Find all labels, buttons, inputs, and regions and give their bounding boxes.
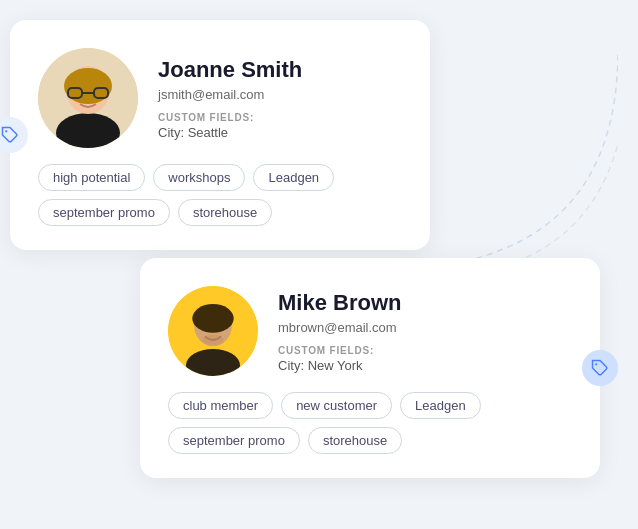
- tag-high-potential: high potential: [38, 164, 145, 191]
- svg-point-0: [5, 130, 7, 132]
- tag-leadgen-1: Leadgen: [253, 164, 334, 191]
- user-name-joanne: Joanne Smith: [158, 57, 302, 83]
- tag-storehouse-2: storehouse: [308, 427, 402, 454]
- user-card-mike: Mike Brown mbrown@email.com CUSTOM FIELD…: [140, 258, 600, 478]
- user-email-joanne: jsmith@email.com: [158, 87, 302, 102]
- avatar-joanne: [38, 48, 138, 148]
- user-info-joanne: Joanne Smith jsmith@email.com CUSTOM FIE…: [158, 57, 302, 140]
- tag-september-promo-1: september promo: [38, 199, 170, 226]
- svg-point-13: [202, 335, 224, 346]
- user-name-mike: Mike Brown: [278, 290, 401, 316]
- tag-storehouse-1: storehouse: [178, 199, 272, 226]
- tag-icon-right: [582, 350, 618, 386]
- tag-club-member: club member: [168, 392, 273, 419]
- card-header-mike: Mike Brown mbrown@email.com CUSTOM FIELD…: [168, 286, 572, 376]
- city-field-joanne: City: Seattle: [158, 125, 302, 140]
- avatar-mike: [168, 286, 258, 376]
- tags-joanne: high potential workshops Leadgen septemb…: [38, 164, 402, 226]
- custom-fields-label-1: CUSTOM FIELDS:: [158, 112, 302, 123]
- svg-point-12: [192, 304, 233, 333]
- custom-fields-label-2: CUSTOM FIELDS:: [278, 345, 401, 356]
- tag-new-customer: new customer: [281, 392, 392, 419]
- svg-point-8: [595, 363, 597, 365]
- user-info-mike: Mike Brown mbrown@email.com CUSTOM FIELD…: [278, 290, 401, 373]
- tag-leadgen-2: Leadgen: [400, 392, 481, 419]
- tag-september-promo-2: september promo: [168, 427, 300, 454]
- card-header-joanne: Joanne Smith jsmith@email.com CUSTOM FIE…: [38, 48, 402, 148]
- tag-icon-left: [0, 117, 28, 153]
- user-email-mike: mbrown@email.com: [278, 320, 401, 335]
- user-card-joanne: Joanne Smith jsmith@email.com CUSTOM FIE…: [10, 20, 430, 250]
- tags-mike: club member new customer Leadgen septemb…: [168, 392, 572, 454]
- tag-workshops: workshops: [153, 164, 245, 191]
- city-field-mike: City: New York: [278, 358, 401, 373]
